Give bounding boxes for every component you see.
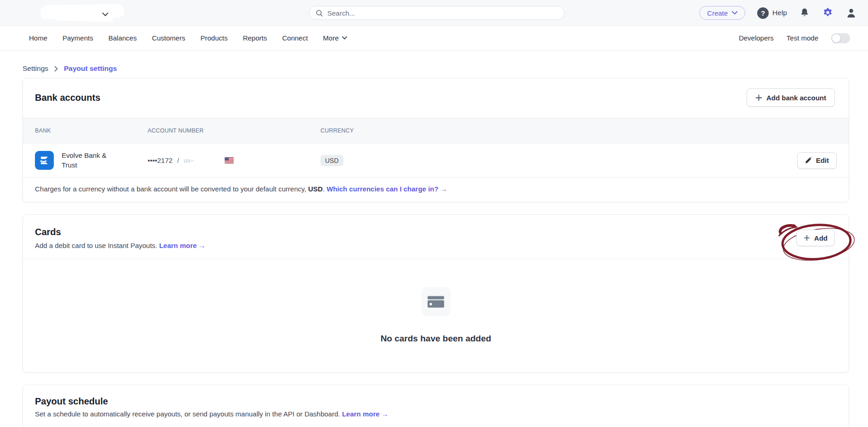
- bell-icon: [799, 7, 810, 18]
- help-label: Help: [772, 9, 787, 17]
- toggle-knob: [832, 34, 841, 43]
- search-input[interactable]: [327, 9, 558, 17]
- plus-icon: [755, 94, 762, 101]
- cards-subtitle: Add a debit card to use Instant Payouts.…: [35, 242, 206, 249]
- payout-schedule-subtitle-text: Set a schedule to automatically receive …: [35, 410, 342, 418]
- create-button[interactable]: Create: [699, 6, 745, 20]
- help-button[interactable]: ? Help: [757, 7, 787, 19]
- currency-notice: Charges for a currency without a bank ac…: [23, 178, 849, 202]
- us-flag-icon: [224, 157, 234, 164]
- breadcrumb-payout-settings[interactable]: Payout settings: [64, 64, 117, 73]
- arrow-right-icon: →: [382, 410, 388, 418]
- bank-account-row: Evolve Bank & Trust ••••2172 / uu–: [23, 144, 849, 178]
- bank-table-header: BANK ACCOUNT NUMBER CURRENCY: [23, 118, 849, 144]
- chevron-down-icon: [342, 36, 347, 40]
- breadcrumb-settings[interactable]: Settings: [23, 64, 48, 73]
- column-bank: BANK: [35, 127, 148, 134]
- gear-icon: [822, 7, 834, 19]
- breadcrumb: Settings Payout settings: [23, 64, 868, 73]
- payout-schedule-panel: Payout schedule Set a schedule to automa…: [23, 385, 849, 427]
- account-menu-button[interactable]: [845, 7, 857, 19]
- cards-panel: Cards Add a debit card to use Instant Pa…: [23, 214, 849, 373]
- cards-title: Cards: [35, 227, 206, 237]
- bank-accounts-title: Bank accounts: [35, 92, 100, 103]
- edit-label: Edit: [816, 156, 829, 164]
- nav-item-products[interactable]: Products: [200, 34, 228, 42]
- chevron-down-icon: [732, 11, 737, 15]
- payout-schedule-title: Payout schedule: [35, 396, 837, 407]
- edit-bank-account-button[interactable]: Edit: [797, 152, 837, 169]
- bank-accounts-panel: Bank accounts Add bank account BANK ACCO…: [23, 78, 849, 202]
- evolve-bank-logo-icon: [35, 151, 54, 170]
- bank-name: Evolve Bank & Trust: [62, 151, 113, 170]
- nav-item-balances[interactable]: Balances: [108, 34, 137, 42]
- nav-item-connect[interactable]: Connect: [282, 34, 308, 42]
- nav-item-more[interactable]: More: [323, 34, 347, 42]
- payout-schedule-subtitle: Set a schedule to automatically receive …: [35, 410, 837, 418]
- credit-card-icon: [422, 287, 451, 316]
- account-switcher[interactable]: [102, 10, 108, 18]
- arrow-right-icon: →: [199, 242, 206, 249]
- notifications-button[interactable]: [799, 7, 810, 18]
- arrow-right-icon: →: [440, 185, 447, 193]
- main-nav: Home Payments Balances Customers Product…: [0, 26, 868, 51]
- chevron-down-icon: [102, 12, 108, 17]
- topbar: ST Create ? Help: [0, 0, 868, 26]
- notice-joiner: .: [323, 185, 326, 193]
- nav-item-home[interactable]: Home: [29, 34, 47, 42]
- notice-text: Charges for a currency without a bank ac…: [35, 185, 308, 193]
- nav-item-reports[interactable]: Reports: [243, 34, 267, 42]
- account-number-masked: ••••2172: [148, 156, 172, 164]
- notice-currency: USD: [308, 185, 323, 193]
- column-account-number: ACCOUNT NUMBER: [148, 127, 320, 134]
- more-label: More: [323, 34, 339, 42]
- learn-more-link[interactable]: Learn more: [342, 410, 380, 418]
- cards-subtitle-text: Add a debit card to use Instant Payouts.: [35, 242, 159, 249]
- nav-item-customers[interactable]: Customers: [152, 34, 185, 42]
- routing-number-redacted: uu–: [184, 156, 208, 165]
- nav-item-developers[interactable]: Developers: [739, 34, 774, 42]
- plus-icon: [804, 235, 810, 241]
- nav-item-payments[interactable]: Payments: [63, 34, 93, 42]
- no-cards-message: No cards have been added: [23, 334, 849, 344]
- column-currency: CURRENCY: [320, 127, 837, 134]
- settings-button[interactable]: [822, 7, 834, 19]
- chevron-right-icon: [54, 66, 58, 72]
- test-mode-label: Test mode: [787, 34, 818, 42]
- help-icon: ?: [757, 7, 769, 19]
- add-card-button[interactable]: Add: [796, 230, 835, 246]
- learn-more-link[interactable]: Learn more: [159, 242, 197, 249]
- create-button-label: Create: [707, 9, 728, 17]
- pencil-icon: [805, 157, 812, 164]
- cards-empty-state: No cards have been added: [23, 259, 849, 372]
- search-icon: [315, 9, 323, 17]
- add-bank-account-button[interactable]: Add bank account: [747, 88, 835, 107]
- add-card-label: Add: [814, 234, 828, 242]
- add-bank-account-label: Add bank account: [766, 94, 826, 102]
- search-bar[interactable]: [309, 6, 565, 20]
- account-separator: /: [177, 156, 179, 164]
- test-mode-toggle[interactable]: [831, 33, 850, 43]
- which-currencies-link[interactable]: Which currencies can I charge in?: [326, 185, 438, 193]
- user-icon: [845, 7, 857, 19]
- currency-badge: USD: [320, 155, 343, 166]
